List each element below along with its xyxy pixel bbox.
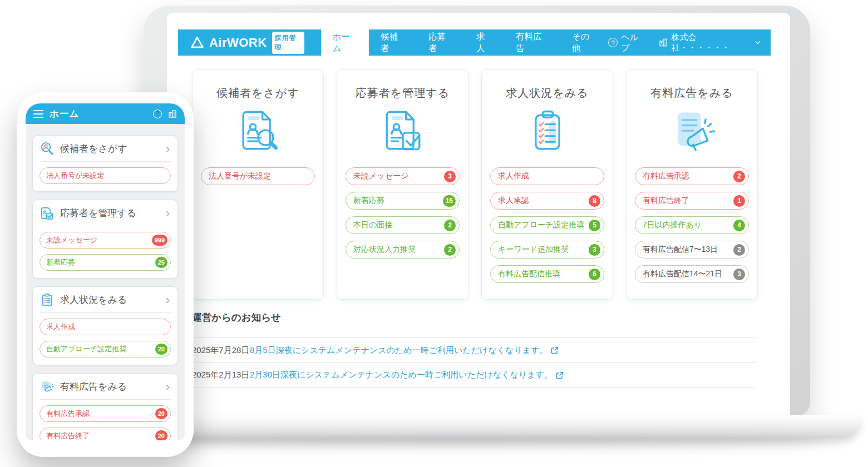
count-badge: 2 bbox=[733, 171, 745, 182]
status-item-label: 未読メッセージ bbox=[46, 235, 152, 245]
chevron-right-icon: › bbox=[166, 143, 171, 155]
status-item-label: 自動アプローチ設定推奨 bbox=[498, 220, 589, 230]
company-label: 株式会社・・・・・・ bbox=[672, 32, 752, 53]
status-item[interactable]: 有料広告配信14〜21日3 bbox=[635, 265, 749, 283]
nav-tab[interactable]: その他 bbox=[560, 29, 609, 56]
help-button[interactable]: ? ヘルプ bbox=[608, 32, 645, 53]
document-megaphone-icon bbox=[40, 379, 55, 394]
status-item[interactable]: 法人番号が未設定 bbox=[40, 167, 171, 184]
status-item[interactable]: 有料広告終了20 bbox=[40, 428, 171, 440]
status-item[interactable]: 求人承認8 bbox=[490, 192, 604, 210]
phone-card-ads: 有料広告をみる › 有料広告承認20有料広告終了207日以内操作あり20 bbox=[32, 373, 178, 440]
document-person-check-icon bbox=[40, 206, 55, 221]
card-items: 未読メッセージ3新着応募15本日の面接2対応状況入力推奨2 bbox=[346, 167, 460, 259]
phone-card-jobs: 求人状況をみる › 求人作成自動アプローチ設定推奨20 bbox=[32, 286, 178, 365]
status-item-label: キーワード追加推奨 bbox=[498, 245, 589, 255]
count-badge: 6 bbox=[589, 269, 600, 280]
external-link-icon bbox=[556, 371, 564, 379]
count-badge: 20 bbox=[155, 344, 167, 355]
phone-page-title: ホーム bbox=[50, 108, 79, 120]
company-menu[interactable]: 株式会社・・・・・・ bbox=[659, 32, 761, 53]
news-link[interactable]: 8月5日深夜にシステムメンテナンスのため一時ご利用いただけなくなります。 bbox=[250, 345, 559, 356]
news-link[interactable]: 2月30日深夜にシステムメンテナンスのため一時ご利用いただけなくなります。 bbox=[250, 370, 564, 380]
phone-card-applicants: 応募者を管理する › 未読メッセージ999新着応募25 bbox=[32, 200, 178, 279]
status-item[interactable]: 自動アプローチ設定推奨5 bbox=[490, 216, 604, 234]
logo-text: AirWORK bbox=[209, 36, 267, 50]
status-item-label: 求人作成 bbox=[46, 322, 167, 332]
phone-frame: ホーム ? bbox=[17, 92, 194, 457]
card-applicants: 応募者を管理する 未読メッセージ3新着応募1 bbox=[337, 69, 468, 300]
news-heading: 運営からのお知らせ bbox=[192, 311, 756, 324]
nav-tab[interactable]: 求人 bbox=[465, 29, 504, 56]
document-person-check-icon bbox=[346, 104, 460, 160]
nav-tab[interactable]: ホーム bbox=[321, 29, 369, 56]
status-item[interactable]: 本日の面接2 bbox=[346, 216, 460, 234]
status-item[interactable]: 7日以内操作あり4 bbox=[635, 216, 749, 234]
phone-card-header[interactable]: 求人状況をみる › bbox=[40, 292, 171, 307]
status-item[interactable]: 自動アプローチ設定推奨20 bbox=[40, 341, 171, 357]
news-date: 2025年7月28日 bbox=[192, 345, 250, 356]
phone-card-header[interactable]: 候補者をさがす › bbox=[40, 141, 171, 156]
count-badge: 1 bbox=[733, 195, 745, 207]
clipboard-checklist-icon bbox=[490, 104, 604, 160]
external-link-icon bbox=[551, 346, 559, 354]
airwork-triangle-icon bbox=[190, 36, 204, 49]
status-item[interactable]: キーワード追加推奨3 bbox=[490, 241, 604, 259]
phone-card-header[interactable]: 有料広告をみる › bbox=[40, 379, 171, 394]
status-item[interactable]: 新着応募25 bbox=[40, 254, 171, 271]
status-item[interactable]: 新着応募15 bbox=[346, 192, 460, 210]
card-title: 有料広告をみる bbox=[635, 86, 749, 101]
divider bbox=[40, 226, 171, 226]
count-badge: 2 bbox=[444, 220, 456, 231]
logo-badge: 採用管理 bbox=[272, 32, 304, 54]
nav-tab[interactable]: 有料広告 bbox=[504, 29, 560, 56]
nav-tab[interactable]: 応募者 bbox=[417, 29, 465, 56]
status-item[interactable]: 未読メッセージ3 bbox=[346, 167, 460, 185]
phone-screen: ホーム ? bbox=[26, 103, 185, 440]
count-badge: 3 bbox=[589, 244, 600, 256]
status-item[interactable]: 未読メッセージ999 bbox=[40, 232, 171, 249]
count-badge: 20 bbox=[155, 430, 167, 440]
news-date: 2025年2月13日 bbox=[192, 370, 250, 380]
airwork-logo[interactable]: AirWORK 採用管理 bbox=[178, 29, 321, 56]
status-item-label: 自動アプローチ設定推奨 bbox=[46, 344, 155, 354]
status-item[interactable]: 有料広告承認20 bbox=[40, 405, 171, 422]
phone-card-header[interactable]: 応募者を管理する › bbox=[40, 206, 171, 221]
nav-tab[interactable]: 候補者 bbox=[369, 29, 417, 56]
status-item[interactable]: 対応状況入力推奨2 bbox=[346, 241, 460, 259]
building-icon[interactable] bbox=[168, 110, 177, 118]
status-item-label: 有料広告配信推奨 bbox=[498, 269, 589, 279]
status-item-label: 求人作成 bbox=[498, 171, 600, 181]
status-item[interactable]: 有料広告終了1 bbox=[635, 192, 749, 210]
card-title: 応募者を管理する bbox=[346, 86, 460, 101]
status-item-label: 新着応募 bbox=[46, 257, 155, 267]
count-badge: 25 bbox=[155, 257, 167, 268]
nav-tabs: ホーム候補者応募者求人有料広告その他 bbox=[321, 29, 609, 56]
phone-header-icons: ? bbox=[153, 110, 177, 118]
status-item-label: 法人番号が未設定 bbox=[209, 171, 311, 181]
status-item[interactable]: 法人番号が未設定 bbox=[201, 167, 315, 185]
card-title: 候補者をさがす bbox=[201, 86, 315, 101]
top-nav: AirWORK 採用管理 ホーム候補者応募者求人有料広告その他 ? ヘルプ bbox=[178, 29, 771, 56]
phone-card-title: 候補者をさがす bbox=[60, 142, 160, 155]
chevron-right-icon: › bbox=[166, 381, 171, 393]
phone-card-items: 未読メッセージ999新着応募25 bbox=[40, 232, 171, 271]
status-item[interactable]: 求人作成 bbox=[40, 319, 171, 335]
help-icon[interactable]: ? bbox=[153, 110, 162, 118]
help-icon: ? bbox=[608, 38, 618, 47]
status-item[interactable]: 有料広告配信推奨6 bbox=[490, 265, 604, 283]
status-item[interactable]: 有料広告承認2 bbox=[635, 167, 749, 185]
menu-icon[interactable] bbox=[33, 110, 43, 118]
status-item[interactable]: 求人作成 bbox=[490, 167, 604, 185]
card-items: 有料広告承認2有料広告終了17日以内操作あり4有料広告配信7〜13日2有料広告配… bbox=[635, 167, 749, 283]
count-badge: 15 bbox=[443, 195, 456, 207]
count-badge: 5 bbox=[589, 220, 600, 231]
status-item[interactable]: 有料広告配信7〜13日2 bbox=[635, 241, 749, 259]
phone-card-items: 求人作成自動アプローチ設定推奨20 bbox=[40, 319, 171, 357]
chevron-right-icon: › bbox=[166, 294, 171, 306]
count-badge: 3 bbox=[733, 269, 745, 280]
divider bbox=[40, 312, 171, 313]
status-item-label: 求人承認 bbox=[498, 196, 589, 206]
status-item-label: 有料広告終了 bbox=[46, 431, 155, 440]
person-magnifier-icon bbox=[40, 141, 55, 156]
